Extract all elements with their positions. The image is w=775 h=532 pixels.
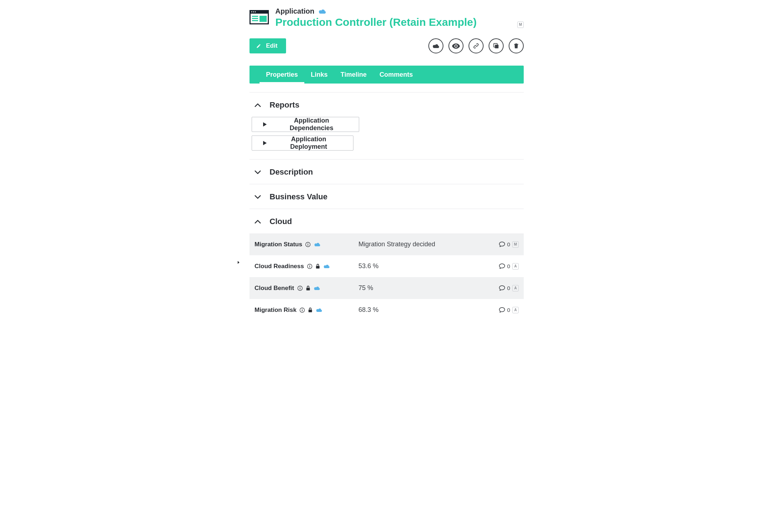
svg-point-9 [253,11,254,13]
report-application-dependencies[interactable]: Application Dependencies [252,117,359,132]
section-title: Cloud [270,217,292,226]
tab-label: Properties [266,71,298,79]
pencil-icon [256,43,262,49]
comment-icon[interactable] [499,307,505,313]
svg-point-10 [255,11,256,13]
watch-button[interactable] [448,38,463,53]
edit-button[interactable]: Edit [249,38,286,53]
lock-icon [308,307,313,313]
tab-comments[interactable]: Comments [373,66,419,84]
cloud-action-button[interactable] [428,38,443,53]
chevron-down-icon [255,195,261,199]
copy-button[interactable] [489,38,504,53]
section-cloud-toggle[interactable]: Cloud [249,209,524,233]
info-icon[interactable] [305,242,311,247]
tab-links[interactable]: Links [304,66,334,84]
comment-count: 0 [507,241,510,247]
property-row-migration-status: Migration Status Migration Strategy deci… [249,233,524,255]
property-value: 68.3 % [358,306,499,314]
report-application-deployment[interactable]: Application Deployment [252,136,353,151]
header-tag-badge: M [517,22,524,28]
property-tag-badge: M [512,241,519,248]
svg-rect-12 [252,16,258,17]
play-icon [263,141,267,146]
lock-icon [306,285,310,291]
entity-title: Production Controller (Retain Example) [275,16,511,28]
comment-count: 0 [507,307,510,313]
application-thumb-icon [249,10,269,24]
property-tag-badge: A [512,307,519,313]
property-row-cloud-readiness: Cloud Readiness 53.6 % 0 A [249,255,524,277]
section-title: Description [270,167,313,177]
tab-bar: Properties Links Timeline Comments [249,66,524,84]
section-reports-toggle[interactable]: Reports [249,92,524,117]
cloud-icon [323,264,330,269]
info-icon[interactable] [297,285,303,291]
cloud-icon [318,9,327,14]
property-label: Migration Risk [255,307,296,314]
comment-count: 0 [507,263,510,269]
report-label: Application Dependencies [272,117,351,132]
edit-button-label: Edit [266,42,277,49]
cloud-icon [314,242,321,247]
cloud-icon [313,286,320,291]
comment-icon[interactable] [499,285,505,291]
section-title: Business Value [270,192,327,201]
tab-label: Comments [380,71,413,79]
property-tag-badge: A [512,263,519,270]
property-row-migration-risk: Migration Risk 68.3 % 0 A [249,299,524,321]
report-label: Application Deployment [272,136,345,151]
delete-button[interactable] [509,38,524,53]
svg-rect-13 [252,18,258,19]
entity-panel: Application Production Controller (Retai… [249,0,524,321]
chevron-up-icon [255,220,261,224]
tab-label: Links [311,71,328,79]
info-icon[interactable] [307,263,313,269]
section-business-value-toggle[interactable]: Business Value [249,184,524,209]
property-row-cloud-benefit: Cloud Benefit 75 % 0 A [249,277,524,299]
property-value: 53.6 % [358,262,499,270]
section-description-toggle[interactable]: Description [249,160,524,184]
tab-timeline[interactable]: Timeline [334,66,373,84]
entity-type-label: Application [275,7,314,15]
link-button[interactable] [469,38,484,53]
comment-icon[interactable] [499,242,505,247]
property-label: Migration Status [255,241,302,248]
lock-icon [315,263,320,269]
expand-side-arrow-icon[interactable] [237,261,240,264]
tab-properties[interactable]: Properties [260,66,304,84]
comment-icon[interactable] [499,263,505,269]
section-title: Reports [270,100,299,110]
comment-count: 0 [507,285,510,291]
property-label: Cloud Readiness [255,263,304,270]
property-value: 75 % [358,284,499,292]
cloud-icon [315,308,323,313]
svg-point-8 [251,11,252,13]
chevron-down-icon [255,170,261,174]
chevron-up-icon [255,103,261,107]
svg-rect-14 [252,20,258,21]
info-icon[interactable] [299,307,305,313]
property-label: Cloud Benefit [255,285,294,292]
svg-rect-11 [260,16,267,22]
tab-label: Timeline [341,71,367,79]
property-value: Migration Strategy decided [358,241,499,248]
play-icon [263,122,267,127]
property-tag-badge: A [512,285,519,291]
